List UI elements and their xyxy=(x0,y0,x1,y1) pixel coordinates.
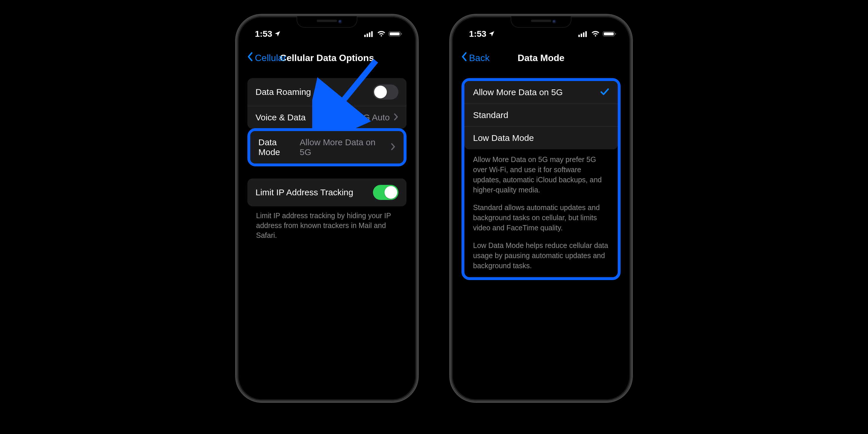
chevron-right-icon xyxy=(394,113,398,122)
option-label: Allow More Data on 5G xyxy=(473,87,563,97)
location-icon xyxy=(488,30,495,37)
back-button[interactable]: Back xyxy=(461,52,490,64)
voice-and-data-row[interactable]: Voice & Data 5G Auto xyxy=(247,106,406,129)
svg-rect-1 xyxy=(367,34,368,37)
wifi-icon xyxy=(591,31,600,37)
battery-icon xyxy=(389,31,402,37)
chevron-left-icon xyxy=(461,52,468,64)
option-low-data-mode[interactable]: Low Data Mode xyxy=(464,126,618,149)
location-icon xyxy=(274,30,281,37)
option-allow-more-5g[interactable]: Allow More Data on 5G xyxy=(464,81,618,103)
back-label: Back xyxy=(469,53,490,63)
wifi-icon xyxy=(377,31,386,37)
phone-frame-right: 1:53 xyxy=(450,14,632,402)
page-title: Cellular Data Options xyxy=(280,53,374,63)
page-title: Data Mode xyxy=(518,53,564,63)
status-time: 1:53 xyxy=(255,29,272,39)
back-button[interactable]: Cellular xyxy=(247,52,286,64)
settings-group-1: Data Roaming Voice & Data 5G Auto xyxy=(247,78,406,129)
limit-ip-tracking-row[interactable]: Limit IP Address Tracking xyxy=(247,179,406,206)
data-roaming-label: Data Roaming xyxy=(255,87,311,97)
svg-rect-9 xyxy=(581,34,582,37)
voice-data-label: Voice & Data xyxy=(255,113,306,122)
desc-p2: Standard allows automatic updates and ba… xyxy=(473,203,609,233)
notch xyxy=(297,16,357,28)
option-label: Low Data Mode xyxy=(473,133,534,143)
back-label: Cellular xyxy=(255,53,286,63)
battery-icon xyxy=(603,31,617,37)
status-time: 1:53 xyxy=(469,29,486,39)
annotation-highlight-options: Allow More Data on 5G Standard Low Data … xyxy=(462,78,621,280)
option-label: Standard xyxy=(473,110,508,120)
cellular-signal-icon xyxy=(578,31,588,37)
svg-rect-6 xyxy=(401,33,402,35)
limit-ip-footer: Limit IP address tracking by hiding your… xyxy=(247,206,406,240)
limit-ip-toggle[interactable] xyxy=(373,185,398,200)
svg-rect-0 xyxy=(364,35,366,37)
checkmark-icon xyxy=(600,88,609,97)
data-roaming-toggle[interactable] xyxy=(373,85,398,99)
svg-rect-3 xyxy=(371,31,373,37)
data-mode-value: Allow More Data on 5G xyxy=(300,137,387,157)
data-mode-label: Data Mode xyxy=(258,137,300,157)
annotation-highlight-data-mode: Data Mode Allow More Data on 5G xyxy=(247,128,406,166)
svg-rect-8 xyxy=(578,35,580,37)
svg-rect-2 xyxy=(369,32,370,37)
svg-rect-5 xyxy=(390,32,400,35)
nav-bar: Cellular Cellular Data Options xyxy=(240,46,414,69)
voice-data-value: 5G Auto xyxy=(359,113,390,122)
settings-group-2: Limit IP Address Tracking xyxy=(247,179,406,206)
svg-rect-14 xyxy=(615,33,616,35)
desc-p1: Allow More Data on 5G may prefer 5G over… xyxy=(473,155,609,195)
desc-p3: Low Data Mode helps reduce cellular data… xyxy=(473,241,609,271)
notch xyxy=(511,16,571,28)
option-standard[interactable]: Standard xyxy=(464,103,618,126)
cellular-signal-icon xyxy=(364,31,374,37)
svg-rect-10 xyxy=(583,32,585,37)
limit-ip-label: Limit IP Address Tracking xyxy=(255,187,353,197)
chevron-right-icon xyxy=(391,143,396,152)
data-roaming-row[interactable]: Data Roaming xyxy=(247,78,406,106)
svg-rect-11 xyxy=(585,31,587,37)
svg-rect-13 xyxy=(604,32,614,35)
options-description: Allow More Data on 5G may prefer 5G over… xyxy=(464,149,618,277)
chevron-left-icon xyxy=(247,52,254,64)
nav-bar: Back Data Mode xyxy=(454,46,628,69)
data-mode-options-group: Allow More Data on 5G Standard Low Data … xyxy=(464,81,618,149)
data-mode-row[interactable]: Data Mode Allow More Data on 5G xyxy=(250,131,404,163)
phone-frame-left: 1:53 xyxy=(236,14,418,402)
